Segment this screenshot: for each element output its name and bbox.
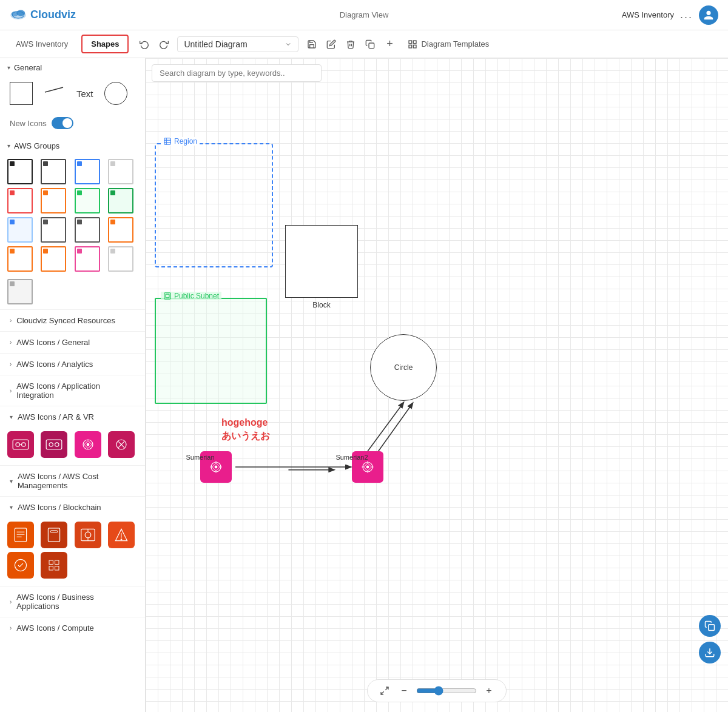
blockchain-icon-6[interactable] (41, 552, 67, 579)
diagram-title-dropdown[interactable]: Region Untitled Diagram (177, 36, 298, 52)
aws-group-box-12[interactable] (108, 217, 133, 243)
aws-app-integration-chevron-icon: › (10, 388, 12, 394)
svg-point-18 (86, 443, 89, 446)
aws-group-box-4[interactable] (108, 159, 133, 184)
aws-group-box-14[interactable] (41, 246, 66, 272)
category-aws-cost[interactable]: ▾ AWS Icons / AWS Cost Managements (0, 465, 145, 496)
category-cloudviz[interactable]: › Cloudviz Synced Resources (0, 309, 145, 331)
diagram-templates-btn[interactable]: Diagram Templates (403, 37, 494, 52)
aws-group-box-gray[interactable] (7, 279, 33, 304)
fab-copy-btn[interactable] (699, 615, 721, 637)
category-aws-app-integration[interactable]: › AWS Icons / Application Integration (0, 375, 145, 406)
svg-point-47 (215, 466, 218, 469)
svg-rect-33 (49, 560, 53, 564)
category-aws-blockchain[interactable]: ▾ AWS Icons / Blockchain (0, 496, 145, 518)
copy-icon (365, 39, 375, 49)
fit-zoom-btn[interactable] (377, 683, 392, 698)
circle-shape[interactable] (104, 82, 127, 105)
ar-vr-icon-4[interactable] (108, 431, 135, 458)
block-rect[interactable]: Block (285, 225, 358, 298)
blockchain-icon-5[interactable] (7, 552, 34, 579)
aws-groups-chevron-icon: ▾ (7, 143, 10, 149)
ar-vr-icon-2[interactable] (41, 431, 67, 458)
general-label: General (14, 63, 42, 72)
svg-rect-14 (46, 440, 62, 449)
region-box[interactable]: Region (155, 143, 273, 267)
category-aws-ar-vr[interactable]: ▾ AWS Icons / AR & VR (0, 406, 145, 428)
zoom-in-btn[interactable]: + (482, 683, 496, 698)
new-icons-toggle[interactable] (52, 117, 73, 129)
diagram-templates-icon (408, 39, 417, 49)
save-diagram-btn[interactable] (303, 36, 320, 53)
svg-point-15 (49, 443, 53, 446)
user-avatar[interactable] (699, 5, 718, 25)
edit-btn[interactable] (323, 36, 340, 53)
line-shape[interactable] (42, 85, 66, 102)
fab-download-btn[interactable] (699, 642, 721, 663)
edit-icon (326, 39, 336, 49)
aws-group-box-15[interactable] (75, 246, 100, 272)
top-bar: Cloudviz Diagram View AWS Inventory ... (0, 0, 728, 30)
svg-rect-5 (409, 41, 412, 44)
blockchain-icon-4[interactable] (108, 522, 135, 548)
general-section-header[interactable]: ▾ General (0, 58, 145, 77)
line-shape-svg (42, 85, 66, 99)
aws-groups-header[interactable]: ▾ AWS Groups (0, 136, 145, 155)
gray-box-area (0, 279, 145, 309)
svg-rect-36 (55, 566, 59, 570)
delete-btn[interactable] (342, 36, 359, 53)
copy-btn[interactable] (362, 36, 379, 53)
svg-line-61 (385, 687, 388, 690)
category-aws-general[interactable]: › AWS Icons / General (0, 331, 145, 353)
add-btn[interactable]: + (381, 36, 398, 53)
aws-group-box-2[interactable] (41, 159, 66, 184)
aws-group-box-11[interactable] (75, 217, 100, 243)
blockchain-icon-2[interactable] (41, 522, 67, 548)
circle-label: Circle (394, 363, 413, 372)
aws-group-box-16[interactable] (108, 246, 133, 272)
logo-area: Cloudviz (10, 8, 83, 22)
save-icon (307, 39, 317, 49)
redo-btn[interactable] (155, 36, 172, 53)
blockchain-icon-3-svg (78, 525, 98, 545)
aws-group-box-5[interactable] (7, 188, 33, 213)
circle-shape-canvas[interactable]: Circle (370, 334, 437, 401)
svg-point-53 (366, 466, 369, 469)
diagram-search-input[interactable] (152, 64, 322, 82)
ar-vr-icon-1[interactable] (7, 431, 34, 458)
aws-group-box-1[interactable] (7, 159, 33, 184)
category-aws-compute[interactable]: › AWS Icons / Compute (0, 617, 145, 639)
top-right-area: AWS Inventory ... (622, 5, 718, 25)
tab-aws-inventory[interactable]: AWS Inventory (7, 36, 76, 52)
blockchain-icon-1[interactable] (7, 522, 34, 548)
svg-rect-63 (709, 625, 715, 631)
ar-vr-icon-3[interactable] (75, 431, 101, 458)
subnet-box[interactable]: Public Subnet (155, 298, 267, 404)
tab-shapes[interactable]: Shapes (81, 35, 129, 53)
text-shape[interactable]: Text (75, 86, 95, 101)
more-options-btn[interactable]: ... (680, 8, 693, 21)
undo-btn[interactable] (136, 36, 153, 53)
aws-group-box-9[interactable] (7, 217, 33, 243)
aws-group-box-6[interactable] (41, 188, 66, 213)
rectangle-shape[interactable] (10, 82, 33, 105)
zoom-slider[interactable] (416, 686, 477, 696)
aws-group-box-13[interactable] (7, 246, 33, 272)
aws-inventory-top-label: AWS Inventory (622, 10, 674, 19)
aws-group-box-3[interactable] (75, 159, 100, 184)
aws-group-box-7[interactable] (75, 188, 100, 213)
blockchain-icon-2-svg (44, 525, 64, 545)
aws-group-box-10[interactable] (41, 217, 66, 243)
blockchain-icon-3[interactable] (75, 522, 101, 548)
aws-business-chevron-icon: › (10, 599, 12, 605)
hoge-text-line2: あいうえお (221, 429, 270, 443)
svg-rect-25 (51, 531, 58, 532)
aws-group-box-8[interactable] (108, 188, 133, 213)
canvas-area[interactable]: Region Block Public Subnet Circle hogeho… (146, 58, 728, 712)
general-chevron-icon: ▾ (7, 64, 10, 71)
blockchain-icon-5-svg (11, 556, 30, 575)
search-bar (152, 64, 722, 82)
category-aws-analytics[interactable]: › AWS Icons / Analytics (0, 353, 145, 375)
zoom-out-btn[interactable]: − (397, 683, 411, 698)
category-aws-business[interactable]: › AWS Icons / Business Applications (0, 586, 145, 617)
